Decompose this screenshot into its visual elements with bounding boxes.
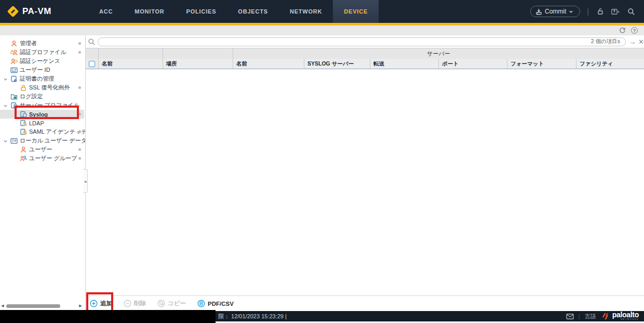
tab-acc[interactable]: ACC	[88, 0, 124, 23]
unlock-icon[interactable]	[596, 7, 605, 16]
sidebar-item-label: 認証シーケンス	[20, 57, 60, 65]
group-cell-checkbox	[86, 48, 99, 59]
chevron-down-icon[interactable]	[3, 139, 8, 144]
col-header-location[interactable]: 場所	[163, 59, 233, 69]
overflow-dot	[78, 86, 81, 89]
sidebar-item-saml-identity-provider[interactable]: SAML アイデンティティ プ	[0, 127, 85, 136]
select-all-checkbox[interactable]	[89, 61, 95, 67]
paloalto-mark-icon	[601, 313, 610, 320]
tasks-envelope-icon[interactable]	[566, 314, 574, 319]
sidebar-item-label: SAML アイデンティティ プ	[29, 128, 86, 136]
tab-objects[interactable]: OBJECTS	[227, 0, 279, 23]
commit-button[interactable]: Commit	[530, 6, 580, 17]
clear-filter-icon[interactable]: ✕	[638, 38, 644, 46]
scroll-right-arrow-icon[interactable]: ▶	[78, 304, 83, 308]
pdf-csv-label: PDF/CSV	[208, 301, 234, 307]
plus-circle-icon	[90, 300, 98, 307]
col-header-port[interactable]: ポート	[439, 59, 507, 69]
statusbar-divider: |	[579, 313, 580, 319]
sidebar-item-label: ユーザー	[29, 146, 52, 153]
add-label: 追加	[100, 300, 112, 307]
user-icon	[10, 40, 18, 47]
overflow-dot	[78, 51, 81, 54]
col-header-facility[interactable]: ファシリティ	[576, 59, 644, 69]
sidebar-item-syslog[interactable]: Syslog	[0, 110, 84, 119]
table-search-row: 2 個の項目s → ✕	[86, 35, 644, 48]
chevron-down-icon[interactable]	[3, 104, 8, 108]
tab-policies[interactable]: POLICIES	[176, 0, 227, 23]
help-icon[interactable]: ?	[631, 27, 638, 34]
scrollbar-thumb[interactable]	[6, 304, 60, 308]
col-header-name[interactable]: 名前	[99, 59, 163, 69]
sidebar-item-local-user-database[interactable]: ローカル ユーザー データベー	[0, 136, 85, 145]
sidebar-item-ldap[interactable]: LDAP	[0, 119, 85, 127]
search-input[interactable]: 2 個の項目s	[98, 37, 626, 46]
paloalto-logo: paloalto NETWORKS	[601, 312, 639, 320]
scroll-left-arrow-icon[interactable]: ◀	[0, 304, 5, 308]
col-header-syslog-server[interactable]: SYSLOG サーバー	[304, 59, 370, 69]
top-navigation-bar: PA-VM ACC MONITOR POLICIES OBJECTS NETWO…	[0, 0, 644, 23]
sidebar-item-label: 認証プロファイル	[20, 48, 66, 56]
chevron-down-icon	[569, 9, 573, 14]
sidebar-item-administrators[interactable]: 管理者	[0, 39, 85, 48]
language-button[interactable]: 言語	[585, 313, 596, 320]
search-icon[interactable]	[627, 7, 636, 16]
export-doc-icon	[197, 300, 205, 307]
delete-button[interactable]: 削除	[124, 300, 146, 307]
col-header-server-name[interactable]: 名前	[233, 59, 304, 69]
sidebar-item-certificate-management[interactable]: 証明書の管理	[0, 74, 85, 83]
group-cell-location	[163, 48, 233, 59]
auth-profile-icon	[10, 49, 18, 56]
sidebar-item-auth-sequence[interactable]: 認証シーケンス	[0, 57, 85, 66]
tab-device[interactable]: DEVICE	[333, 0, 379, 23]
delete-label: 削除	[134, 300, 146, 307]
item-count-label: 2 個の項目s	[591, 38, 620, 45]
chevron-down-icon[interactable]	[3, 77, 8, 82]
pa-vm-device-page: PA-VM ACC MONITOR POLICIES OBJECTS NETWO…	[0, 0, 644, 323]
sidebar-item-log-settings[interactable]: ログ設定	[0, 92, 85, 101]
sidebar-item-label: 証明書の管理	[20, 75, 54, 83]
server-profile-icon	[10, 102, 18, 109]
overflow-dot	[78, 148, 81, 151]
tab-network[interactable]: NETWORK	[279, 0, 333, 23]
tab-monitor[interactable]: MONITOR	[124, 0, 175, 23]
sidebar-item-label: ユーザー グループ	[29, 154, 77, 162]
syslog-profile-panel: 2 個の項目s → ✕ サーバー 名前 場所 名前 SYSLOG サーバー 転送…	[86, 35, 644, 311]
col-header-format[interactable]: フォーマット	[507, 59, 576, 69]
folder-export-icon[interactable]	[611, 7, 620, 16]
user-group-icon	[20, 155, 27, 162]
search-icon	[88, 38, 96, 46]
copy-button[interactable]: コピー	[157, 300, 186, 307]
sidebar-item-label: 管理者	[20, 40, 37, 47]
sidebar-item-label: LDAP	[29, 120, 44, 126]
copy-circle-icon	[157, 300, 165, 307]
sidebar-item-label: SSL 復号化例外	[29, 84, 70, 92]
sidebar-item-user-id[interactable]: ユーザー ID	[0, 66, 85, 74]
sidebar-collapse-handle[interactable]: ◀	[83, 169, 88, 193]
auth-sequence-icon	[10, 58, 18, 65]
add-button[interactable]: 追加	[90, 300, 112, 307]
redacted-region	[0, 310, 216, 323]
sidebar-item-label: サーバー プロファイル	[20, 101, 79, 109]
sidebar-item-user-groups[interactable]: ユーザー グループ	[0, 154, 85, 163]
sidebar-horizontal-scrollbar[interactable]: ◀ ▶	[0, 303, 83, 309]
sidebar-item-auth-profile[interactable]: 認証プロファイル	[0, 48, 85, 57]
main-tabs: ACC MONITOR POLICIES OBJECTS NETWORK DEV…	[88, 0, 379, 23]
refresh-icon[interactable]	[619, 27, 626, 34]
overflow-dot	[78, 42, 81, 45]
apply-filter-arrow-icon[interactable]: →	[629, 38, 636, 46]
sidebar-item-users[interactable]: ユーザー	[0, 145, 85, 154]
sidebar-item-ssl-decrypt-exclusion[interactable]: SSL 復号化例外	[0, 83, 85, 92]
col-header-transport[interactable]: 転送	[370, 59, 439, 69]
overflow-dot	[78, 157, 81, 160]
table-footer-toolbar: 追加 削除 コピー	[86, 295, 644, 311]
copy-label: コピー	[168, 300, 186, 307]
sidebar-item-label: ログ設定	[20, 93, 43, 100]
local-db-icon	[10, 137, 18, 145]
device-sidebar-tree: 管理者 認証プロファイル 認証シーケンス	[0, 35, 86, 311]
sidebar-item-server-profiles[interactable]: サーバー プロファイル	[0, 101, 85, 110]
statusbar-right: | 言語 paloalto NETWORKS	[566, 311, 639, 321]
brand: PA-VM	[0, 6, 88, 17]
table-group-header-row: サーバー	[86, 48, 644, 59]
pdf-csv-button[interactable]: PDF/CSV	[197, 300, 234, 307]
